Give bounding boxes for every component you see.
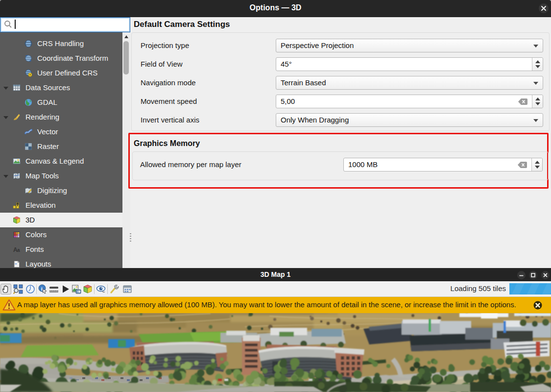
svg-text:a: a	[17, 247, 20, 253]
svg-text:i: i	[41, 286, 43, 292]
